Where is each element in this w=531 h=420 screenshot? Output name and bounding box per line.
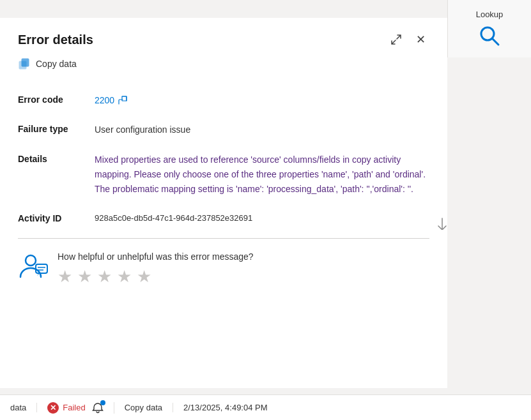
- failed-icon: ✕: [47, 402, 59, 414]
- expand-button[interactable]: [387, 31, 405, 49]
- timestamp: 2/13/2025, 4:49:04 PM: [173, 403, 278, 412]
- activity-text: Copy data: [125, 403, 162, 412]
- star-rating[interactable]: ★ ★ ★ ★ ★: [58, 267, 254, 287]
- activity-name: Copy data: [114, 403, 173, 412]
- details-value: Mixed properties are used to reference '…: [95, 145, 429, 204]
- star-1[interactable]: ★: [58, 267, 72, 287]
- svg-rect-6: [36, 264, 47, 273]
- notification-badge: [100, 400, 105, 405]
- header-icons: ✕: [387, 31, 429, 49]
- status-text: Failed: [63, 403, 85, 412]
- scroll-indicator: [437, 217, 447, 230]
- panel-title: Error details: [18, 33, 93, 47]
- status-item: ✕ Failed: [37, 402, 114, 414]
- svg-rect-3: [22, 59, 29, 66]
- panel-header: Error details ✕: [18, 31, 429, 49]
- pipeline-text: data: [10, 403, 26, 412]
- pipeline-name: data: [10, 403, 37, 412]
- details-label: Details: [18, 145, 95, 204]
- subtitle-text: Copy data: [36, 59, 77, 69]
- timestamp-text: 2/13/2025, 4:49:04 PM: [183, 403, 268, 412]
- error-code-number[interactable]: 2200: [95, 93, 114, 107]
- svg-line-1: [492, 38, 498, 45]
- lookup-panel: Lookup: [447, 0, 531, 57]
- star-4[interactable]: ★: [117, 267, 132, 287]
- lookup-label: Lookup: [476, 10, 504, 19]
- error-panel: Error details ✕ Copy data Error code 220…: [0, 18, 447, 388]
- failure-type-value: User configuration issue: [95, 115, 429, 144]
- notification-bell: [92, 402, 104, 414]
- panel-subtitle: Copy data: [18, 57, 429, 70]
- star-3[interactable]: ★: [97, 267, 112, 287]
- error-code-value: 2200: [95, 86, 429, 115]
- star-5[interactable]: ★: [137, 267, 151, 287]
- error-code-label: Error code: [18, 86, 95, 115]
- svg-rect-4: [122, 96, 127, 101]
- search-icon[interactable]: [477, 23, 502, 49]
- failure-type-label: Failure type: [18, 115, 95, 144]
- feedback-content: How helpful or unhelpful was this error …: [58, 251, 254, 287]
- feedback-question: How helpful or unhelpful was this error …: [58, 251, 254, 262]
- feedback-section: How helpful or unhelpful was this error …: [18, 249, 429, 287]
- copy-data-icon: [18, 57, 31, 70]
- feedback-divider: [18, 238, 429, 239]
- close-button[interactable]: ✕: [412, 31, 429, 49]
- feedback-avatar: [18, 251, 49, 282]
- activity-id-label: Activity ID: [18, 204, 95, 233]
- activity-id-value: 928a5c0e-db5d-47c1-964d-237852e32691: [95, 204, 429, 233]
- svg-point-5: [26, 255, 36, 266]
- info-grid: Error code 2200 Failure type User config…: [18, 86, 429, 233]
- status-bar: data ✕ Failed Copy data 2/13/2025, 4:49:…: [0, 394, 531, 420]
- external-link-icon: [118, 96, 127, 105]
- star-2[interactable]: ★: [77, 267, 92, 287]
